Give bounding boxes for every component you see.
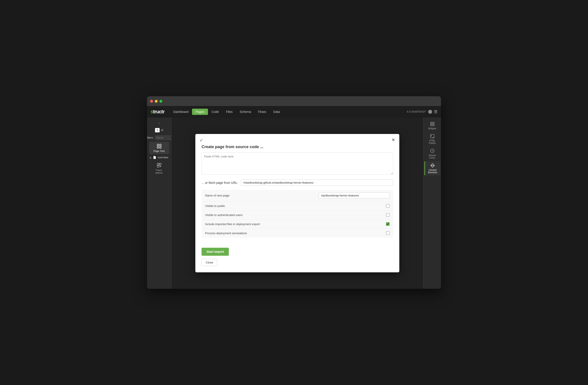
visible-auth-label: Visible to authenticated users: [205, 213, 384, 217]
content-area: ↙ ✕ Create page from source code ... ...…: [171, 118, 423, 289]
version-label: 4.0-SNAPSHOT: [407, 110, 426, 113]
user-avatar[interactable]: [428, 110, 432, 114]
translations-label: Trans-lations: [156, 169, 163, 174]
nav-flows[interactable]: Flows: [254, 109, 270, 115]
right-btn-widgets[interactable]: Widgets: [424, 120, 440, 131]
modal-close-button[interactable]: ✕: [392, 137, 395, 142]
top-nav: structr Dashboard Pages Code Files Schem…: [147, 106, 441, 118]
url-row: ... or fetch page from URL:: [202, 179, 393, 186]
url-input[interactable]: [241, 179, 393, 186]
filters-row: Filters:: [147, 135, 175, 141]
right-btn-shared-comp[interactable]: SharedComp.: [424, 147, 440, 161]
form-section: Name of new page: Visible to public Visi…: [202, 190, 393, 237]
nav-dashboard[interactable]: Dashboard: [170, 109, 192, 115]
shared-comp-label: SharedComp.: [429, 154, 436, 159]
tree-page-icon: 📄: [153, 156, 156, 159]
svg-rect-1: [160, 144, 161, 146]
form-row-visible-public: Visible to public: [202, 201, 393, 211]
filters-label: Filters:: [147, 136, 154, 139]
svg-rect-5: [159, 163, 161, 165]
close-window-button[interactable]: [150, 100, 153, 103]
right-btn-html-palette[interactable]: HTMLPalette: [424, 132, 440, 146]
visible-auth-checkbox[interactable]: [386, 213, 390, 217]
include-files-checkbox[interactable]: [386, 222, 390, 226]
visible-public-label: Visible to public: [205, 204, 384, 208]
form-row-name: Name of new page:: [202, 190, 393, 201]
include-files-label: Include imported files in deployment exp…: [205, 222, 384, 226]
hamburger-menu[interactable]: ☰: [434, 109, 438, 114]
main-area: ‹ 1 of Filters: Page Tree ▶: [147, 118, 441, 289]
app-window: structr Dashboard Pages Code Files Schem…: [147, 96, 441, 289]
right-sidebar: Widgets HTMLPalette SharedComp.: [423, 118, 441, 289]
widgets-label: Widgets: [428, 127, 436, 130]
nav-data[interactable]: Data: [270, 109, 284, 115]
svg-rect-0: [157, 144, 159, 146]
svg-rect-3: [160, 147, 161, 148]
name-input[interactable]: [319, 192, 390, 198]
unused-elements-label: UnusedElements: [428, 169, 437, 174]
svg-rect-6: [157, 166, 159, 167]
process-deploy-checkbox[interactable]: [386, 231, 390, 235]
svg-rect-2: [157, 147, 159, 148]
app-logo: structr: [150, 109, 165, 115]
nav-files[interactable]: Files: [222, 109, 236, 115]
tree-item-label: overview: [158, 156, 168, 159]
sidebar-page-tree[interactable]: Page Tree: [149, 142, 169, 154]
drag-icon: ↙: [200, 137, 203, 142]
filter-input[interactable]: [155, 135, 173, 140]
minimize-window-button[interactable]: [155, 100, 158, 103]
close-button[interactable]: Close: [202, 259, 217, 266]
svg-rect-4: [157, 163, 159, 165]
form-row-include-files: Include imported files in deployment exp…: [202, 219, 393, 229]
svg-rect-7: [430, 122, 432, 124]
start-import-button[interactable]: Start Import: [202, 248, 229, 256]
sidebar-translations[interactable]: Trans-lations: [149, 161, 169, 176]
svg-rect-8: [433, 122, 434, 124]
modal-footer: Start Import Close: [195, 244, 399, 272]
nav-pages[interactable]: Pages: [192, 109, 208, 115]
title-bar: [147, 96, 441, 106]
page-number[interactable]: 1: [155, 128, 160, 132]
nav-right: 4.0-SNAPSHOT: [407, 110, 432, 114]
page-of-label: of: [161, 129, 163, 132]
sidebar-back-button[interactable]: ‹: [157, 120, 161, 126]
nav-code[interactable]: Code: [208, 109, 222, 115]
tree-chevron-icon: ▶: [150, 156, 152, 159]
maximize-window-button[interactable]: [159, 100, 162, 103]
url-label: ... or fetch page from URL:: [202, 181, 238, 185]
modal-header: ↙ ✕: [195, 134, 399, 145]
page-tree-header: 1 of: [152, 127, 166, 134]
right-btn-unused-elements[interactable]: UnusedElements: [424, 161, 440, 175]
left-sidebar: ‹ 1 of Filters: Page Tree ▶: [147, 118, 171, 289]
html-palette-label: HTMLPalette: [429, 140, 436, 144]
page-tree-label: Page Tree: [153, 150, 165, 152]
visible-public-checkbox[interactable]: [386, 204, 390, 208]
modal-title: Create page from source code ...: [202, 145, 393, 149]
process-deploy-label: Process deployment annotations: [205, 232, 384, 235]
nav-schema[interactable]: Schema: [236, 109, 254, 115]
svg-rect-9: [430, 124, 432, 126]
svg-rect-10: [433, 124, 434, 126]
form-row-visible-auth: Visible to authenticated users: [202, 211, 393, 219]
name-label: Name of new page:: [205, 194, 316, 197]
html-code-textarea[interactable]: [202, 152, 393, 174]
tree-item-overview[interactable]: ▶ 📄 overview: [147, 155, 171, 160]
form-row-process-deploy: Process deployment annotations: [202, 229, 393, 237]
create-page-modal: ↙ ✕ Create page from source code ... ...…: [195, 134, 399, 272]
modal-body: Create page from source code ... ... or …: [195, 145, 399, 244]
